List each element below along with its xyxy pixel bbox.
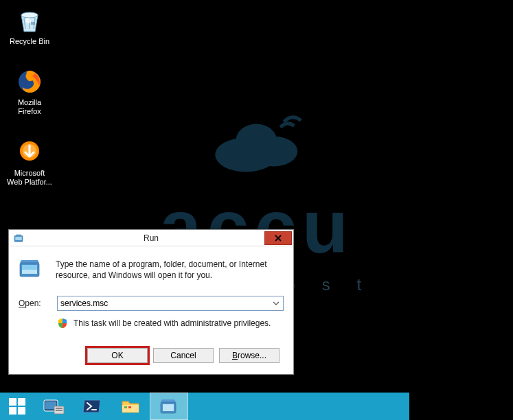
browse-button[interactable]: Browse... (219, 348, 280, 363)
cancel-button[interactable]: Cancel (153, 348, 214, 363)
admin-privilege-text: This task will be created with administr… (73, 318, 271, 328)
desktop-icon-firefox[interactable]: Mozilla Firefox (5, 68, 54, 116)
svg-rect-25 (124, 406, 127, 408)
svg-rect-22 (56, 410, 62, 411)
shield-icon (57, 318, 68, 329)
desktop-icon-label: Mozilla Firefox (5, 98, 54, 116)
taskbar-run-dialog[interactable] (150, 393, 188, 420)
taskbar-file-explorer[interactable] (111, 393, 150, 420)
titlebar-title: Run (144, 233, 159, 243)
svg-rect-24 (122, 405, 139, 412)
server-manager-icon (42, 397, 65, 416)
svg-point-2 (236, 124, 277, 159)
run-dialog-icon (19, 259, 43, 279)
open-label: Open: (19, 299, 52, 308)
combobox-arrow[interactable] (270, 297, 282, 310)
run-info-text: Type the name of a program, folder, docu… (56, 259, 284, 281)
recycle-bin-icon (16, 7, 43, 34)
desktop-icon-recycle-bin[interactable]: Recycle Bin (5, 7, 54, 46)
desktop-icons: Recycle Bin Mozilla Firefox Microsoft We… (5, 7, 54, 187)
ok-button[interactable]: OK (87, 348, 148, 363)
open-combobox[interactable] (57, 296, 284, 311)
desktop-icon-label: Recycle Bin (10, 37, 49, 46)
taskbar (0, 393, 409, 420)
svg-point-0 (216, 138, 277, 172)
close-button[interactable] (264, 231, 292, 245)
titlebar[interactable]: Run (9, 230, 293, 246)
firefox-icon (16, 68, 43, 95)
svg-rect-16 (9, 407, 16, 415)
desktop-icon-web-platform[interactable]: Microsoft Web Platfor... (5, 139, 54, 187)
svg-rect-28 (163, 404, 174, 411)
svg-rect-26 (128, 406, 131, 408)
web-platform-icon (16, 139, 43, 166)
svg-rect-15 (18, 398, 25, 406)
close-icon (274, 234, 282, 242)
svg-rect-21 (56, 408, 62, 409)
powershell-icon (82, 397, 102, 416)
svg-point-3 (21, 12, 38, 18)
svg-point-1 (250, 137, 298, 167)
svg-rect-17 (18, 407, 25, 415)
run-dialog: Run Type the name of a program, folder, … (8, 229, 294, 375)
taskbar-server-manager[interactable] (34, 393, 73, 420)
svg-rect-5 (31, 22, 35, 25)
run-taskbar-icon (159, 397, 179, 415)
chevron-down-icon (273, 301, 280, 305)
file-explorer-icon (120, 397, 141, 416)
svg-rect-14 (9, 398, 16, 406)
taskbar-powershell[interactable] (73, 393, 111, 420)
svg-rect-13 (22, 265, 37, 270)
open-input[interactable] (57, 296, 284, 311)
desktop-icon-label: Microsoft Web Platfor... (5, 169, 54, 187)
windows-start-icon (8, 397, 27, 416)
svg-rect-10 (15, 236, 21, 240)
start-button[interactable] (0, 393, 34, 420)
dialog-body: Type the name of a program, folder, docu… (9, 246, 293, 374)
svg-point-4 (25, 18, 31, 23)
run-titlebar-icon (13, 233, 24, 243)
